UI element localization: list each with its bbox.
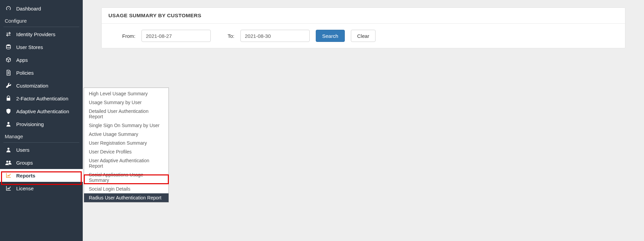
sidebar-item-2fa[interactable]: 2-Factor Authentication bbox=[0, 92, 83, 105]
sidebar-item-label: User Stores bbox=[16, 44, 43, 50]
sidebar-item-label: Dashboard bbox=[16, 6, 41, 11]
svg-point-4 bbox=[9, 161, 11, 163]
clear-button[interactable]: Clear bbox=[351, 30, 376, 42]
sidebar-item-label: Customization bbox=[16, 83, 48, 89]
to-date-input[interactable] bbox=[240, 30, 310, 42]
panel-title: USAGE SUMMARY BY CUSTOMERS bbox=[102, 8, 625, 24]
submenu-item-usage-by-user[interactable]: Usage Summary by User bbox=[84, 98, 169, 107]
usage-summary-panel: USAGE SUMMARY BY CUSTOMERS From: To: Sea… bbox=[101, 7, 625, 48]
sidebar-item-dashboard[interactable]: Dashboard bbox=[0, 2, 83, 15]
sidebar-section-manage: Manage bbox=[0, 130, 83, 142]
sidebar-item-label: Policies bbox=[16, 70, 34, 76]
user-icon bbox=[5, 147, 12, 153]
from-date-input[interactable] bbox=[141, 30, 211, 42]
submenu-item-social-apps[interactable]: Social Applications Usage Summary bbox=[84, 170, 169, 185]
submenu-item-social-login[interactable]: Social Login Details bbox=[84, 185, 169, 193]
submenu-item-user-registration[interactable]: User Registration Summary bbox=[84, 139, 169, 147]
sidebar-item-adaptive-auth[interactable]: Adaptive Authentication bbox=[0, 105, 83, 118]
sidebar-item-label: 2-Factor Authentication bbox=[16, 96, 68, 101]
svg-point-3 bbox=[6, 161, 8, 163]
svg-point-2 bbox=[7, 148, 9, 150]
sidebar-item-reports[interactable]: Reports bbox=[0, 169, 83, 182]
sidebar-item-label: Apps bbox=[16, 57, 28, 63]
sidebar-item-users[interactable]: Users bbox=[0, 143, 83, 156]
sidebar-item-user-stores[interactable]: User Stores bbox=[0, 41, 83, 53]
sidebar-item-provisioning[interactable]: Provisioning bbox=[0, 118, 83, 130]
user-icon bbox=[5, 121, 12, 127]
document-icon bbox=[5, 70, 12, 76]
group-icon bbox=[5, 160, 12, 166]
search-button[interactable]: Search bbox=[316, 30, 345, 42]
submenu-item-detailed-auth[interactable]: Detailed User Authentication Report bbox=[84, 107, 169, 121]
sidebar-item-label: Reports bbox=[16, 173, 35, 178]
filter-row: From: To: Search Clear bbox=[102, 24, 625, 48]
submenu-item-active-usage[interactable]: Active Usage Summary bbox=[84, 130, 169, 139]
database-icon bbox=[5, 44, 12, 50]
submenu-item-device-profiles[interactable]: User Device Profiles bbox=[84, 147, 169, 156]
sidebar: Dashboard Configure Identity Providers U… bbox=[0, 0, 83, 241]
divider bbox=[3, 142, 79, 143]
sidebar-item-apps[interactable]: Apps bbox=[0, 53, 83, 66]
lock-icon bbox=[5, 95, 12, 101]
from-label: From: bbox=[118, 33, 135, 39]
submenu-item-sso-summary[interactable]: Single Sign On Summary by User bbox=[84, 121, 169, 130]
submenu-item-adaptive-auth-report[interactable]: User Adaptive Authentication Report bbox=[84, 156, 169, 170]
sidebar-item-identity-providers[interactable]: Identity Providers bbox=[0, 28, 83, 41]
chart-icon bbox=[5, 185, 12, 191]
sidebar-item-label: Provisioning bbox=[16, 121, 44, 127]
reports-submenu: High Level Usage Summary Usage Summary b… bbox=[84, 88, 169, 202]
shield-icon bbox=[5, 108, 12, 114]
cube-icon bbox=[5, 57, 12, 63]
sidebar-item-label: Groups bbox=[16, 160, 33, 166]
svg-point-0 bbox=[6, 45, 10, 46]
sidebar-item-label: License bbox=[16, 186, 34, 191]
sidebar-item-groups[interactable]: Groups bbox=[0, 156, 83, 169]
chart-icon bbox=[5, 172, 12, 178]
sidebar-item-customization[interactable]: Customization bbox=[0, 79, 83, 92]
sidebar-section-configure: Configure bbox=[0, 15, 83, 27]
sidebar-item-label: Users bbox=[16, 147, 29, 153]
wrench-icon bbox=[5, 82, 12, 89]
sidebar-item-license[interactable]: License bbox=[0, 182, 83, 195]
submenu-item-high-level-usage[interactable]: High Level Usage Summary bbox=[84, 89, 169, 98]
svg-point-1 bbox=[7, 122, 9, 124]
exchange-icon bbox=[5, 31, 12, 37]
submenu-item-radius-auth[interactable]: Radius User Authentication Report bbox=[84, 193, 169, 202]
gauge-icon bbox=[5, 5, 12, 11]
sidebar-item-label: Adaptive Authentication bbox=[16, 109, 69, 114]
divider bbox=[3, 27, 79, 27]
sidebar-item-policies[interactable]: Policies bbox=[0, 66, 83, 79]
to-label: To: bbox=[217, 33, 234, 39]
sidebar-item-label: Identity Providers bbox=[16, 31, 55, 37]
